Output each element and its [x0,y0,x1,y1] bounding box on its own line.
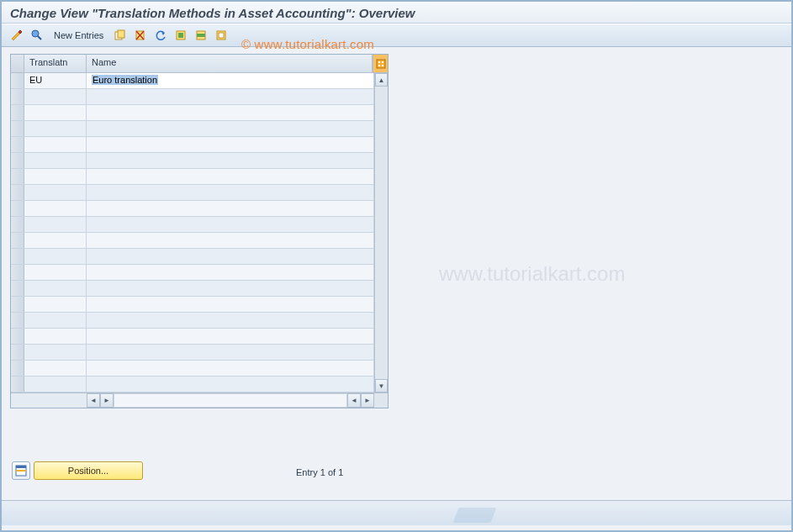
row-selector[interactable] [11,313,24,328]
row-selector[interactable] [11,169,24,184]
row-selector[interactable] [11,121,24,136]
column-header-name[interactable]: Name [87,55,373,72]
empty-cell[interactable] [87,313,374,328]
scroll-track[interactable] [375,87,388,379]
empty-cell[interactable] [87,361,374,376]
row-selector[interactable] [11,377,24,392]
empty-cell[interactable] [87,377,374,392]
row-selector[interactable] [11,281,24,296]
scroll-right-end-icon[interactable]: ► [361,393,374,408]
empty-cell[interactable] [87,169,374,184]
svg-point-0 [32,30,39,37]
scroll-track[interactable] [114,393,347,408]
row-selector[interactable] [11,185,24,200]
empty-cell[interactable] [87,153,374,168]
row-selector[interactable] [11,265,24,280]
svg-rect-3 [118,30,124,38]
application-toolbar: New Entries [2,24,791,47]
empty-cell[interactable] [24,233,87,248]
cell-name[interactable]: Euro translation [87,73,374,88]
row-selector[interactable] [11,105,24,120]
empty-cell[interactable] [87,137,374,152]
empty-cell[interactable] [24,121,87,136]
empty-cell[interactable] [24,313,87,328]
empty-cell[interactable] [24,153,87,168]
svg-rect-19 [16,466,26,468]
row-selector[interactable] [11,249,24,264]
svg-rect-15 [382,61,383,63]
table-row: EU Euro translation [11,73,374,89]
vertical-scrollbar[interactable]: ▲ ▼ [374,73,388,392]
status-bar-tab [453,508,497,523]
row-selector[interactable] [11,137,24,152]
row-selector[interactable] [11,201,24,216]
entry-status-text: Entry 1 of 1 [296,467,343,477]
new-entries-button[interactable]: New Entries [49,30,108,40]
empty-cell[interactable] [24,361,87,376]
scroll-up-icon[interactable]: ▲ [375,73,388,87]
row-selector[interactable] [11,89,24,104]
row-selector[interactable] [11,345,24,360]
empty-cell[interactable] [87,249,374,264]
empty-cell[interactable] [87,265,374,280]
empty-cell[interactable] [87,297,374,312]
column-header-translatn[interactable]: Translatn [24,55,87,72]
row-selector[interactable] [11,361,24,376]
select-all-icon[interactable] [172,27,189,44]
row-selector[interactable] [11,233,24,248]
cell-name-text: Euro translation [92,75,158,85]
empty-cell[interactable] [87,345,374,360]
empty-cell[interactable] [24,265,87,280]
row-selector[interactable] [11,73,24,88]
empty-cell[interactable] [87,185,374,200]
empty-cell[interactable] [24,249,87,264]
empty-cell[interactable] [87,281,374,296]
svg-rect-12 [219,33,224,38]
svg-rect-10 [197,34,205,37]
empty-cell[interactable] [24,185,87,200]
table-settings-icon[interactable] [373,55,388,72]
empty-cell[interactable] [87,201,374,216]
page-title: Change View "Translation Methods in Asse… [10,6,783,20]
data-table: Translatn Name EU Euro translation [10,54,389,408]
empty-cell[interactable] [87,233,374,248]
select-block-icon[interactable] [193,27,209,44]
empty-cell[interactable] [24,201,87,216]
empty-cell[interactable] [24,377,87,392]
select-all-column[interactable] [11,55,24,72]
table-position-icon[interactable] [12,461,30,480]
scroll-left-end-icon[interactable]: ◄ [347,393,361,408]
empty-cell[interactable] [87,121,374,136]
deselect-all-icon[interactable] [213,27,230,44]
scroll-right-icon[interactable]: ► [100,393,114,408]
find-icon[interactable] [29,27,45,44]
delete-icon[interactable] [132,27,149,44]
cell-translatn[interactable]: EU [24,73,87,88]
undo-change-icon[interactable] [152,27,169,44]
horizontal-scrollbar[interactable]: ◄ ► ◄ ► [11,392,388,408]
empty-cell[interactable] [87,89,374,104]
empty-cell[interactable] [24,329,87,344]
empty-cell[interactable] [24,297,87,312]
row-selector[interactable] [11,153,24,168]
empty-cell[interactable] [24,137,87,152]
row-selector[interactable] [11,329,24,344]
scroll-down-icon[interactable]: ▼ [375,379,388,392]
row-selector[interactable] [11,297,24,312]
copy-as-icon[interactable] [112,27,129,44]
empty-cell[interactable] [87,217,374,232]
empty-cell[interactable] [24,281,87,296]
empty-cell[interactable] [24,89,87,104]
empty-cell[interactable] [87,105,374,120]
scroll-left-icon[interactable]: ◄ [87,393,100,408]
svg-rect-20 [16,470,26,471]
empty-cell[interactable] [24,217,87,232]
row-selector[interactable] [11,217,24,232]
empty-cell[interactable] [87,329,374,344]
position-button[interactable]: Position... [34,461,143,480]
empty-cell[interactable] [24,169,87,184]
empty-cell[interactable] [24,105,87,120]
empty-cell[interactable] [24,345,87,360]
table-header: Translatn Name [11,55,388,73]
change-edit-icon[interactable] [8,27,25,44]
